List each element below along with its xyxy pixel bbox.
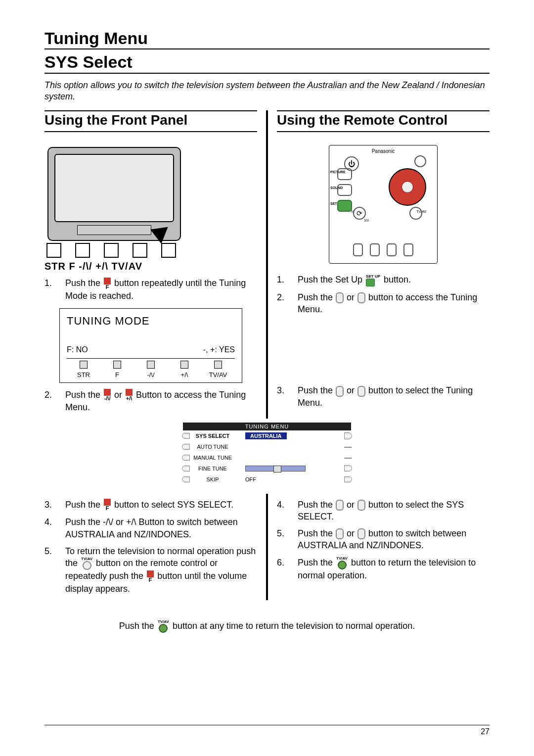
text: or — [347, 528, 357, 538]
text: Push the — [298, 558, 335, 567]
tvav-green-icon: TV/AV — [336, 557, 348, 569]
text: Push the — [65, 278, 103, 288]
right-button-icon — [357, 528, 365, 539]
right-step-5: 5. Push the or button to switch between … — [277, 527, 490, 552]
panel-buttons-row — [46, 243, 257, 258]
up-button-icon — [336, 292, 344, 303]
tvav-green-icon: TV/AV — [158, 620, 169, 633]
setup-button-icon: SET UP — [366, 275, 380, 286]
row-label: AUTO TUNE — [183, 444, 242, 450]
three-v-label: 3/V — [364, 219, 369, 222]
tuning-menu-row-skip: SKIP OFF — [183, 474, 351, 485]
osd-title: TUNING MODE — [67, 315, 235, 328]
left-button-icon — [336, 528, 344, 539]
sound-button-icon — [337, 184, 352, 196]
left-step-3: 3. Push the F button to select SYS SELEC… — [44, 499, 257, 512]
down-button-icon — [357, 500, 365, 511]
lower-columns: 3. Push the F button to select SYS SELEC… — [44, 494, 490, 600]
vertical-divider — [266, 110, 268, 138]
return-button-icon — [353, 207, 366, 220]
row-label: FINE TUNE — [183, 466, 242, 472]
panel-labels: STR F -/\/ +/\ TV/AV — [44, 261, 257, 272]
down-button-icon — [357, 292, 365, 303]
right-step-1: 1. Push the Set Up SET UP button. — [277, 274, 490, 286]
osd-b1: STR — [77, 371, 90, 378]
tuning-menu-row-manual: MANUAL TUNE — [183, 452, 351, 463]
osd-yes: -, +: YES — [203, 345, 235, 354]
text: Push the — [298, 500, 335, 510]
row-label: MANUAL TUNE — [183, 455, 242, 461]
text: or — [347, 385, 357, 395]
tv-illustration — [47, 147, 181, 241]
osd-b3: -/\/ — [147, 371, 154, 378]
text: Push the — [298, 528, 335, 538]
text: Push the Set Up — [298, 275, 365, 284]
text: or — [347, 500, 357, 510]
osd-no: F: NO — [67, 345, 88, 354]
text: Push the — [65, 390, 103, 400]
panel-btn-plus — [133, 243, 147, 258]
osd-button-row: STR F -/\/ +/\ TV/AV — [67, 358, 235, 378]
plus-button-icon: +/\ — [126, 389, 133, 401]
sys-value: AUSTRALIA — [245, 432, 287, 439]
f-button-icon: F — [147, 570, 154, 583]
row-label: SYS SELECT — [183, 433, 242, 439]
skip-value: OFF — [242, 476, 351, 482]
panel-btn-str — [46, 243, 61, 258]
footnote: Push the TV/AV button at any time to ret… — [44, 620, 490, 633]
tuning-menu-row-auto: AUTO TUNE — [183, 441, 351, 452]
left-step-4: 4. Push the -/\/ or +/\ Button to switch… — [44, 516, 257, 540]
right-step-4: 4. Push the or button to select the SYS … — [277, 499, 490, 523]
setup-button-icon — [337, 200, 352, 212]
tuning-menu-row-sys: SYS SELECT AUSTRALIA — [183, 430, 351, 441]
f-button-icon: F — [104, 499, 111, 511]
tuning-mode-osd: TUNING MODE F: NO -, +: YES STR F -/\/ +… — [59, 308, 242, 383]
dpad-icon — [389, 168, 426, 206]
text: or — [347, 292, 357, 302]
front-panel-lower: 3. Push the F button to select SYS SELEC… — [44, 494, 257, 600]
column-headings: Using the Front Panel Using the Remote C… — [44, 110, 490, 138]
up-button-icon — [336, 500, 344, 511]
osd-b4: +/\ — [181, 371, 188, 378]
remote-column: Panasonic PICTURE SOUND SET UP N 3/V TV/… — [277, 138, 490, 418]
row-label: SKIP — [183, 476, 242, 482]
panel-btn-tvav — [161, 243, 176, 258]
front-panel-column: STR F -/\/ +/\ TV/AV 1. Push the F butto… — [44, 138, 257, 418]
right-heading: Using the Remote Control — [277, 111, 490, 131]
tuning-menu-row-fine: FINE TUNE — [183, 463, 351, 474]
upper-columns: STR F -/\/ +/\ TV/AV 1. Push the F butto… — [44, 138, 490, 418]
panel-btn-minus — [104, 243, 119, 258]
page-footer: 27 — [44, 725, 490, 736]
mute-icon — [414, 155, 426, 167]
right-step-2: 2. Push the or button to access the Tuni… — [277, 291, 490, 316]
rule — [44, 48, 490, 49]
down-button-icon — [357, 386, 365, 397]
osd-b5: TV/AV — [209, 371, 227, 378]
left-step-2: 2. Push the -/\/ or +/\ Button to access… — [44, 389, 257, 414]
tvav-button-icon — [409, 207, 422, 220]
right-step-6: 6. Push the TV/AV button to return the t… — [277, 557, 490, 582]
vertical-divider — [266, 138, 268, 418]
text: or — [114, 390, 125, 400]
panel-btn-f — [75, 243, 90, 258]
remote-bottom-buttons — [329, 243, 437, 256]
slider-icon — [245, 466, 306, 472]
text: Push the — [298, 292, 335, 302]
tuning-menu-osd: TUNING MENU SYS SELECT AUSTRALIA AUTO TU… — [183, 423, 351, 485]
left-step-1: 1. Push the F button repeatedly until th… — [44, 277, 257, 302]
text: Push the — [65, 500, 103, 510]
text: Push the -/\/ or +/\ Button to switch be… — [65, 516, 257, 540]
tuning-menu-header: TUNING MENU — [183, 423, 351, 430]
minus-button-icon: -/\/ — [104, 389, 111, 401]
picture-button-icon — [337, 168, 352, 180]
text: Push the — [119, 620, 157, 630]
intro-text: This option allows you to switch the tel… — [44, 80, 490, 103]
text: button. — [384, 275, 411, 284]
section-title-1: Tuning Menu — [44, 30, 490, 47]
osd-b2: F — [115, 371, 119, 378]
left-step-5: 5. To return the television to normal op… — [44, 545, 257, 595]
remote-illustration: Panasonic PICTURE SOUND SET UP N 3/V TV/… — [329, 145, 438, 264]
right-step-3: 3. Push the or button to select the Tuni… — [277, 384, 490, 409]
left-heading: Using the Front Panel — [44, 111, 257, 131]
up-button-icon — [336, 386, 344, 397]
